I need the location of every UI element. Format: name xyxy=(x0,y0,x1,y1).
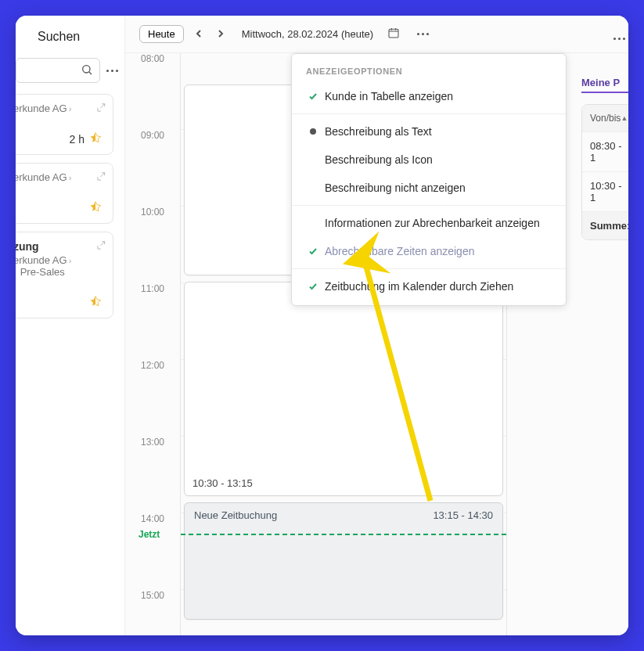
calendar-event[interactable]: 10:30 - 13:15 xyxy=(184,282,503,496)
today-button[interactable]: Heute xyxy=(139,25,184,43)
check-icon xyxy=(306,92,320,101)
check-icon xyxy=(306,246,320,256)
display-options-menu: ANEZEIGEOPTIONEN Kunde in Tabelle anzeig… xyxy=(291,53,567,306)
pin-icon xyxy=(95,103,106,116)
menu-item[interactable]: Beschreibung als Icon xyxy=(292,146,566,174)
check-icon xyxy=(306,282,320,291)
panel-tab[interactable]: Meine P xyxy=(581,77,628,93)
card-footer xyxy=(16,200,106,215)
card-footer: 2 h xyxy=(16,131,106,146)
chevron-right-icon: › xyxy=(69,256,72,265)
menu-item[interactable]: Kunde in Tabelle anzeigen xyxy=(292,82,566,110)
menu-item[interactable]: Beschreibung als Text xyxy=(292,117,566,146)
search-row xyxy=(16,58,124,94)
chevron-right-icon: › xyxy=(69,173,72,182)
search-icon xyxy=(81,63,93,78)
menu-item-label: Informationen zur Abrechenbarkeit anzeig… xyxy=(325,217,540,229)
card-title: zung xyxy=(16,240,106,253)
now-indicator xyxy=(181,534,506,535)
right-panel: Meine P Von/bis ▲ 08:30 - 1 10:30 - 1 Su… xyxy=(581,77,628,240)
svg-point-0 xyxy=(83,65,90,72)
toolbar-more-icon[interactable] xyxy=(417,33,429,35)
menu-item[interactable]: Beschreibung nicht anzeigen xyxy=(292,174,566,202)
event-title: Neue Zeitbuchung xyxy=(194,509,277,613)
pin-icon xyxy=(95,171,106,185)
menu-item-label: Kunde in Tabelle anzeigen xyxy=(325,90,453,103)
menu-item-label: Beschreibung nicht anzeigen xyxy=(325,182,466,194)
prev-day-button[interactable] xyxy=(193,28,206,40)
menu-item-label: Zeitbuchung im Kalender durch Ziehen xyxy=(325,280,513,293)
table-row[interactable]: 10:30 - 1 xyxy=(582,171,628,211)
time-label: 10:00 xyxy=(135,207,169,283)
next-day-button[interactable] xyxy=(215,28,228,40)
sidebar: Suchen erkunde AG› 2 h xyxy=(16,16,125,635)
now-label: Jetzt xyxy=(139,529,160,540)
toolbar: Heute Mittwoch, 28.02.2024 (heute) xyxy=(125,16,628,53)
time-label: 09:00 xyxy=(135,130,169,207)
chevron-right-icon: › xyxy=(69,104,72,113)
card-customer: erkunde AG› xyxy=(16,254,106,266)
sort-icon[interactable]: ▲ xyxy=(621,114,628,122)
more-icon[interactable] xyxy=(106,70,118,72)
star-icon xyxy=(89,200,102,215)
card-footer xyxy=(16,295,106,310)
time-label: 12:00 xyxy=(135,360,169,437)
task-card[interactable]: erkunde AG› xyxy=(16,163,113,224)
calendar-event-new[interactable]: Neue Zeitbuchung 13:15 - 14:30 xyxy=(184,502,503,620)
time-label: 15:00 xyxy=(135,590,169,635)
task-card[interactable]: zung erkunde AG› ›Pre-Sales xyxy=(16,232,113,318)
calendar-icon[interactable] xyxy=(387,27,400,41)
event-time: 13:15 - 14:30 xyxy=(433,509,493,613)
menu-item-label: Abrechenbare Zeiten anzeigen xyxy=(325,245,474,257)
pin-icon xyxy=(95,240,106,254)
svg-rect-2 xyxy=(389,29,398,38)
star-icon xyxy=(89,295,102,310)
card-customer: erkunde AG› xyxy=(16,171,106,183)
time-label: 11:00 xyxy=(135,283,169,360)
card-breadcrumb: ›Pre-Sales xyxy=(16,266,106,278)
menu-item-label: Beschreibung als Text xyxy=(325,125,432,138)
time-label: 08:00 xyxy=(135,53,169,130)
table-header: Von/bis ▲ xyxy=(582,105,628,131)
app-frame: Suchen erkunde AG› 2 h xyxy=(16,16,628,635)
search-input[interactable] xyxy=(16,58,100,83)
card-customer: erkunde AG› xyxy=(16,103,106,114)
menu-item[interactable]: Abrechenbare Zeiten anzeigen xyxy=(292,237,566,265)
time-axis: 08:00 09:00 10:00 11:00 12:00 13:00 14:0… xyxy=(135,53,169,635)
card-duration: 2 h xyxy=(70,133,85,146)
sidebar-title: Suchen xyxy=(16,16,124,58)
dot-icon xyxy=(306,128,320,135)
summary-table: Von/bis ▲ 08:30 - 1 10:30 - 1 Summe: xyxy=(581,104,628,240)
table-row[interactable]: 08:30 - 1 xyxy=(582,131,628,171)
menu-item-label: Beschreibung als Icon xyxy=(325,153,433,166)
main-area: Heute Mittwoch, 28.02.2024 (heute) 08:00… xyxy=(125,16,628,635)
chevron-right-icon: › xyxy=(16,268,16,277)
svg-line-1 xyxy=(89,72,92,74)
task-card[interactable]: erkunde AG› 2 h xyxy=(16,94,113,155)
table-sum: Summe: xyxy=(582,211,628,239)
current-date: Mittwoch, 28.02.2024 (heute) xyxy=(242,28,373,40)
panel-more-icon[interactable] xyxy=(613,38,625,40)
time-label: 13:00 xyxy=(135,437,169,513)
menu-header: ANEZEIGEOPTIONEN xyxy=(292,59,566,82)
star-icon xyxy=(89,131,102,146)
time-label: 14:00 xyxy=(135,513,169,590)
event-time: 10:30 - 13:15 xyxy=(192,477,253,489)
menu-item[interactable]: Zeitbuchung im Kalender durch Ziehen xyxy=(292,272,566,300)
menu-item[interactable]: Informationen zur Abrechenbarkeit anzeig… xyxy=(292,209,566,237)
